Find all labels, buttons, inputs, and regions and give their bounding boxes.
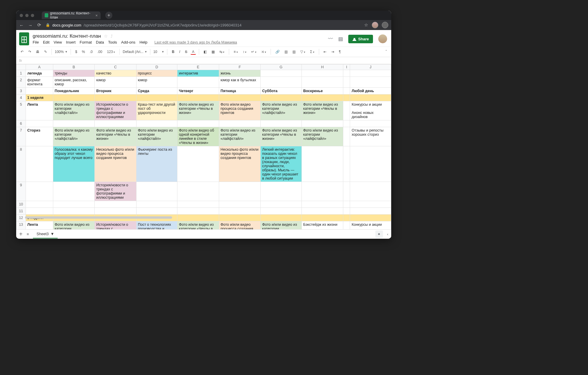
column-header-row[interactable]: ABCDEFGHIJ — [16, 64, 391, 70]
cell[interactable]: Воскренье — [302, 88, 343, 94]
cell[interactable] — [350, 182, 391, 201]
percent-icon[interactable]: % — [80, 49, 86, 55]
fill-color-icon[interactable]: ◧ — [202, 49, 208, 55]
spreadsheet-grid[interactable]: ABCDEFGHIJ 1легендатрендыкачествопроцесс… — [16, 64, 391, 229]
cell[interactable]: История/новости о трендах с фотографиями… — [95, 221, 136, 230]
chart-icon[interactable]: ▥ — [291, 49, 297, 55]
cell[interactable]: Сториз — [26, 127, 53, 146]
cell[interactable]: Голосовалка: к какому образу этот чехол … — [53, 146, 95, 182]
cell[interactable]: Фото и/или видео из категории «лайфстайл… — [136, 127, 177, 146]
cell[interactable] — [177, 77, 219, 88]
column-header[interactable]: F — [219, 64, 261, 70]
borders-icon[interactable]: ▦ — [210, 49, 216, 55]
formula-bar[interactable]: fx — [16, 57, 391, 64]
cell[interactable] — [343, 101, 350, 120]
cell[interactable] — [177, 120, 219, 127]
cell[interactable] — [343, 70, 350, 77]
column-header[interactable]: E — [177, 64, 219, 70]
cell[interactable] — [95, 120, 136, 127]
rtl-icon[interactable]: ¶ — [337, 49, 342, 55]
cell[interactable] — [26, 208, 53, 215]
italic-icon[interactable]: I — [178, 49, 182, 55]
link-icon[interactable]: 🔗 — [274, 49, 281, 55]
column-header[interactable]: G — [261, 64, 302, 70]
cell[interactable] — [26, 182, 53, 201]
cell[interactable] — [219, 208, 261, 215]
all-sheets-button[interactable]: ≡ — [27, 232, 29, 236]
cell[interactable] — [302, 77, 343, 88]
halign-icon[interactable]: ≡ ▾ — [232, 49, 239, 55]
cell[interactable]: Бэкстейдж из жизни — [302, 221, 343, 230]
cell[interactable] — [95, 94, 136, 101]
font-dropdown[interactable]: Default (Ari...▼ — [123, 50, 147, 54]
menu-data[interactable]: Data — [96, 40, 104, 44]
row-header[interactable]: 12 — [16, 215, 26, 221]
side-panel-toggle-icon[interactable]: ‹ — [387, 232, 388, 236]
cell[interactable] — [343, 88, 350, 94]
cell[interactable] — [343, 221, 350, 230]
cell[interactable] — [302, 94, 343, 101]
star-icon[interactable]: ☆ — [104, 34, 108, 39]
menu-addons[interactable]: Add-ons — [121, 40, 135, 44]
bold-icon[interactable]: B — [170, 49, 176, 55]
cell[interactable]: Фото и/или видео из категории «Чехлы в ж… — [261, 127, 302, 146]
last-edit-link[interactable]: Last edit was made 3 days ago by Люба Ма… — [154, 40, 237, 44]
cell[interactable] — [219, 182, 261, 201]
forward-icon[interactable]: → — [28, 23, 33, 27]
cell[interactable] — [343, 94, 350, 101]
cell[interactable] — [302, 70, 343, 77]
cell[interactable] — [177, 201, 219, 208]
address-field[interactable]: 🔒 docs.google.com/spreadsheets/d/1Qc8vjd… — [46, 23, 359, 27]
cell[interactable]: Пятница — [219, 88, 261, 94]
decrease-decimal-icon[interactable]: .0 — [88, 49, 94, 55]
cell[interactable]: История/новости о трендах с фотографиями… — [95, 101, 136, 120]
cell[interactable]: История/новости о трендах с фотографиями… — [95, 182, 136, 201]
cell[interactable] — [136, 94, 177, 101]
cell[interactable]: качество — [95, 70, 136, 77]
cell[interactable] — [136, 201, 177, 208]
cell[interactable]: жизнь — [219, 70, 261, 77]
cell[interactable] — [177, 208, 219, 215]
cell[interactable] — [95, 201, 136, 208]
cell[interactable] — [136, 120, 177, 127]
cell[interactable] — [261, 70, 302, 77]
cell[interactable]: Легкий интерактив: показать один чехол в… — [261, 146, 302, 182]
row-header[interactable]: 3 — [16, 88, 26, 94]
cell[interactable] — [350, 70, 391, 77]
cell[interactable] — [350, 77, 391, 88]
column-header[interactable]: H — [302, 64, 343, 70]
cell[interactable] — [95, 208, 136, 215]
cell[interactable] — [53, 94, 95, 101]
row-header[interactable]: 8 — [16, 146, 26, 182]
cell[interactable]: Фото и/или видео из категории «лайфстайл… — [53, 127, 95, 146]
cell[interactable] — [219, 120, 261, 127]
row-header[interactable]: 2 — [16, 77, 26, 88]
menu-file[interactable]: File — [33, 40, 39, 44]
cell[interactable]: Пост о технологиях производства и качест… — [136, 221, 177, 230]
row-header[interactable]: 1 — [16, 70, 26, 77]
cell[interactable] — [219, 201, 261, 208]
valign-icon[interactable]: ↕ ▾ — [241, 49, 248, 55]
cell[interactable] — [343, 182, 350, 201]
cell[interactable]: Фото и/или видео об одной конкретной лин… — [177, 127, 219, 146]
cell[interactable] — [302, 120, 343, 127]
menu-view[interactable]: View — [54, 40, 62, 44]
print-icon[interactable]: 🖶 — [34, 49, 41, 55]
cell[interactable] — [261, 120, 302, 127]
cell[interactable] — [53, 120, 95, 127]
cell[interactable]: Несколько фото и/или видео процесса созд… — [219, 146, 261, 182]
cell[interactable] — [261, 77, 302, 88]
cell[interactable]: Фьючеринг поста из ленты — [136, 146, 177, 182]
cell[interactable]: Фото и/или видео из категории «лайфстайл… — [261, 101, 302, 120]
cell[interactable]: интерактив — [177, 70, 219, 77]
add-sheet-button[interactable]: + — [19, 231, 23, 238]
cell[interactable] — [219, 215, 261, 221]
number-format-dropdown[interactable]: 123 ▾ — [106, 49, 117, 55]
cell[interactable]: Фото и/или видео из категории «Чехлы в ж… — [177, 101, 219, 120]
close-window-button[interactable] — [20, 14, 23, 17]
row-header[interactable]: 9 — [16, 182, 26, 201]
cell[interactable]: Фото и/или видео из категории «лайфстайл… — [219, 127, 261, 146]
cell[interactable] — [343, 146, 350, 182]
cell[interactable] — [26, 146, 53, 182]
minimize-window-button[interactable] — [25, 14, 29, 17]
